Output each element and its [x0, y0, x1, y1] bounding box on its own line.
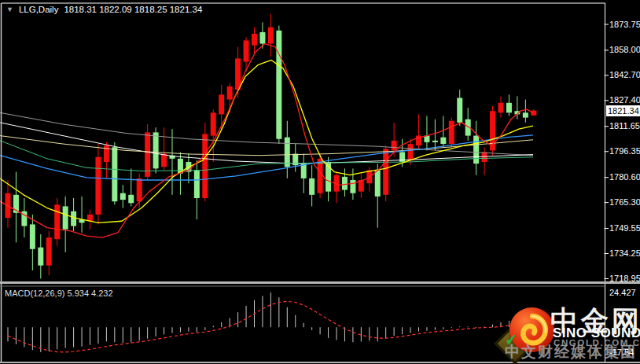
price-axis-label: 1718.95: [609, 274, 640, 283]
candle-up: [268, 28, 274, 44]
candle-up: [137, 178, 142, 201]
macd-axis-label: -17.54: [609, 347, 634, 357]
collapse-ohlc-icon[interactable]: ▼: [6, 6, 13, 13]
price-axis-label: 1873.75: [609, 20, 640, 29]
price-axis-label: 1811.65: [609, 121, 640, 131]
macd-axis-label: 24.427: [609, 288, 636, 297]
price-axis-label: 1858.00: [609, 45, 640, 54]
candle-up: [318, 159, 323, 193]
candle-down: [301, 164, 307, 178]
candle-up: [95, 157, 101, 215]
macd-indicator-label: MACD(12,26,9) 5.934 4.232: [5, 289, 113, 298]
candle-down: [71, 211, 76, 226]
price-axis-label: 1796.35: [609, 146, 640, 156]
candle-down: [473, 136, 479, 164]
candle-up: [211, 112, 216, 135]
ohlc-values-label: 1818.31 1822.09 1818.25 1821.34: [64, 5, 202, 14]
price-axis-label: 1734.25: [609, 248, 640, 258]
candle-up: [54, 204, 60, 239]
candle-up: [408, 144, 414, 160]
candle-down: [128, 195, 134, 203]
current-price-badge: 1821.34: [606, 105, 640, 116]
candle-up: [219, 94, 224, 114]
candle-up: [449, 121, 454, 144]
candle-down: [38, 248, 43, 266]
candle-up: [383, 149, 388, 195]
candle-down: [309, 178, 314, 195]
golden-cloud-logo-icon: [509, 307, 554, 352]
candle-down: [120, 193, 126, 200]
candle-down: [276, 31, 281, 139]
candle-down: [457, 98, 462, 123]
candle-down: [342, 177, 348, 190]
candle-down: [523, 112, 528, 117]
price-axis-label: 1749.55: [609, 223, 640, 233]
chart-header: ▼ LLG,Daily 1818.31 1822.09 1818.25 1821…: [6, 5, 202, 14]
candle-down: [153, 132, 159, 168]
panel-splitter[interactable]: [0, 281, 640, 284]
candle-up: [482, 152, 487, 162]
candle-up: [498, 103, 504, 113]
candle-up: [244, 40, 249, 61]
candle-down: [506, 103, 512, 113]
candle-up: [252, 34, 257, 46]
price-axis-label: 1765.30: [609, 197, 640, 207]
candle-down: [440, 138, 446, 144]
candle-up: [392, 141, 397, 151]
chart-window: ▼ LLG,Daily 1818.31 1822.09 1818.25 1821…: [0, 0, 640, 364]
candle-up: [227, 86, 233, 100]
price-axis-label: 1827.40: [609, 95, 640, 105]
candle-up: [202, 134, 208, 198]
candle-up: [531, 111, 536, 116]
price-axis-label: 1842.70: [609, 70, 640, 79]
candle-up: [145, 132, 150, 176]
candle-down: [259, 32, 265, 44]
candle-down: [375, 170, 381, 196]
candle-up: [161, 154, 167, 167]
candle-down: [63, 206, 68, 229]
price-axis-label: 1780.60: [609, 172, 640, 182]
candle-down: [194, 170, 200, 198]
symbol-period-label: LLG,Daily: [19, 5, 59, 14]
candle-down: [432, 141, 438, 142]
candle-down: [30, 224, 35, 248]
candle-up: [46, 237, 52, 266]
candle-down: [350, 180, 355, 193]
candle-down: [112, 147, 117, 201]
candle-down: [285, 138, 290, 167]
